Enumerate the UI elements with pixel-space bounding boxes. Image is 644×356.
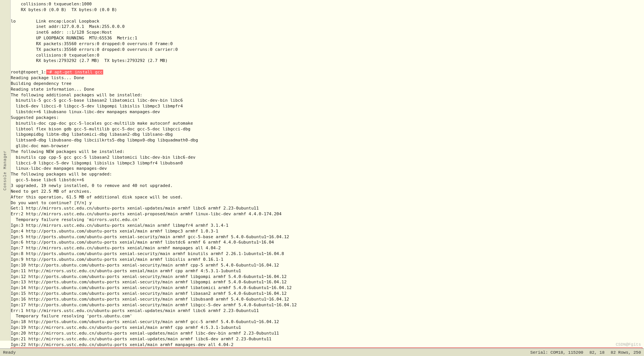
status-rows-cols: 82 Rows, 250 — [611, 350, 641, 355]
status-position: 82, 18 — [589, 350, 605, 355]
command-highlight: ~# apt-get install gcc — [46, 70, 104, 75]
sidebar: Console Manager — [0, 0, 11, 341]
status-serial: Serial: COM18, 115200 — [530, 350, 584, 355]
status-left: Ready — [3, 350, 16, 355]
status-ready: Ready — [3, 350, 16, 355]
watermark: CSDN@Fgits — [616, 342, 641, 347]
terminal-container[interactable]: Console Manager collisions:0 txqueuelen:… — [0, 0, 644, 348]
status-right: Serial: COM18, 115200 82, 18 82 Rows, 25… — [530, 350, 641, 355]
terminal-output: collisions:0 txqueuelen:1000 RX bytes:0 … — [11, 2, 642, 348]
status-bar: Ready Serial: COM18, 115200 82, 18 82 Ro… — [0, 348, 644, 356]
sidebar-label-console: Console Manager — [3, 150, 7, 190]
the-text: The — [11, 93, 18, 98]
